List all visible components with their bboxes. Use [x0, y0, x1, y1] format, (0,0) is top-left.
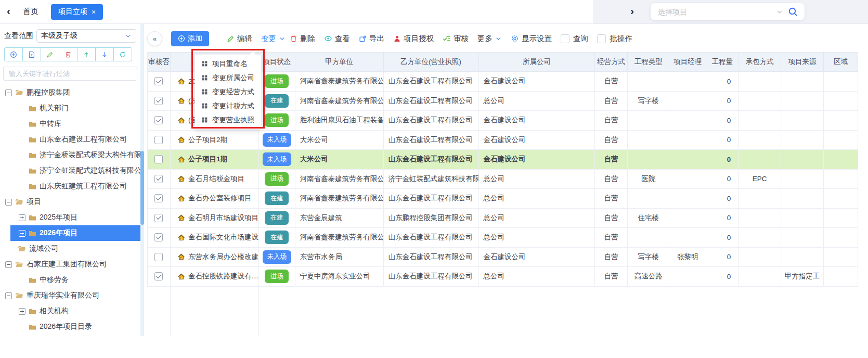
tree-item[interactable]: 鹏程控股集团	[0, 85, 140, 100]
project-select-input[interactable]	[657, 7, 772, 17]
project-select-box[interactable]	[651, 3, 805, 20]
tree-item[interactable]: 流域公司	[0, 241, 140, 257]
tree-move-up-button[interactable]	[77, 47, 96, 61]
table-row[interactable]: 金石国际文化市场建设在建河南省鑫泰建筑劳务有限公司山东金石建设工程有限公司总公司…	[148, 228, 858, 248]
view-button[interactable]: 查看	[324, 34, 350, 44]
column-header[interactable]: 项目状态	[259, 53, 295, 71]
column-header[interactable]: 区域	[824, 53, 858, 71]
expand-icon[interactable]	[19, 214, 25, 221]
collapse-icon[interactable]	[5, 90, 12, 96]
column-header[interactable]: 项目经理	[669, 53, 706, 71]
collapse-sidebar-button[interactable]: «	[147, 31, 162, 46]
tree-add-button[interactable]	[4, 47, 23, 61]
table-row[interactable]: 金石月结税金项目进场河南省鑫泰建筑劳务有限公司济宁金虹装配式建筑科技有限公司总公…	[148, 170, 858, 189]
sidebar-scrollbar[interactable]	[140, 24, 144, 336]
tree-item[interactable]: 项目	[0, 194, 140, 210]
row-checkbox[interactable]	[154, 233, 163, 241]
tree-edit-button[interactable]	[41, 47, 59, 61]
tab-close-icon[interactable]: ×	[92, 8, 96, 16]
tree-filter-field[interactable]	[3, 67, 137, 81]
row-checkbox[interactable]	[154, 214, 163, 222]
project-name-cell[interactable]: 金石控股铁路建设有…	[171, 267, 259, 286]
tree-item[interactable]: 济宁金虹装配式建筑科技有限公司	[0, 163, 140, 178]
collapse-icon[interactable]	[5, 199, 12, 206]
tree-move-down-button[interactable]	[95, 47, 114, 61]
row-checkbox[interactable]	[154, 136, 163, 144]
column-header[interactable]: 经营方式	[595, 53, 628, 71]
column-header[interactable]: 审核否	[148, 53, 171, 71]
tabs-scroll-left-icon[interactable]: ‹	[7, 5, 10, 17]
tree-delete-button[interactable]	[59, 47, 77, 61]
tree-item[interactable]: 重庆瑞华实业有限公司	[0, 288, 140, 303]
query-checkbox[interactable]	[561, 34, 569, 43]
tab-home[interactable]: 首页	[23, 7, 38, 17]
column-header[interactable]: 甲方单位	[295, 53, 384, 71]
project-name-cell[interactable]: 金石明月市场建设项目	[171, 209, 259, 228]
sidebar-scrollbar-thumb[interactable]	[140, 151, 144, 225]
row-checkbox[interactable]	[154, 175, 163, 183]
project-name-cell[interactable]: 金石办公室装修项目	[171, 189, 259, 208]
query-checkbox-group[interactable]: 查询	[561, 34, 588, 44]
tab-project-initiation[interactable]: 项目立项 ×	[51, 4, 103, 20]
dropdown-item[interactable]: 变更所属公司	[195, 71, 261, 85]
add-button[interactable]: 添加	[171, 31, 209, 46]
delete-button[interactable]: 删除	[290, 34, 315, 44]
collapse-icon[interactable]	[5, 292, 12, 299]
table-row[interactable]: 金石明月市场建设项目在建东营金辰建筑山东鹏程控股集团有限公司总公司自营住宅楼0	[148, 209, 858, 228]
tree-item[interactable]: 山东庆虹建筑工程有限公司	[0, 178, 140, 194]
chevron-down-icon[interactable]	[776, 8, 783, 16]
change-button[interactable]: 变更	[261, 34, 286, 44]
expand-icon[interactable]	[19, 308, 25, 315]
expand-icon[interactable]	[19, 230, 25, 237]
column-header[interactable]: 工程类型	[628, 53, 669, 71]
tree-item[interactable]: 未设置目录的项目	[0, 335, 140, 337]
row-checkbox[interactable]	[154, 77, 163, 85]
tree-item[interactable]: 石家庄建工集团有限公司	[0, 257, 140, 272]
row-checkbox[interactable]	[154, 97, 163, 105]
edit-button[interactable]: 编辑	[227, 34, 252, 44]
column-header[interactable]: 乙方单位(营业执照)	[384, 53, 479, 71]
project-name-cell[interactable]: 公子项目1期	[171, 150, 259, 169]
dropdown-item[interactable]: 项目重命名	[195, 57, 261, 71]
tree-item[interactable]: 机关部门	[0, 100, 140, 116]
project-name-cell[interactable]: 公子项目2期	[171, 131, 259, 150]
project-name-cell[interactable]: 东营水务局办公楼改建	[171, 248, 259, 267]
table-row[interactable]: 公子项目2期未入场大米公司山东金石建设工程有限公司金石建设公司自营0	[148, 131, 858, 150]
column-header[interactable]: 项目来源	[781, 53, 824, 71]
tabs-scroll-right-icon[interactable]: ›	[630, 5, 634, 17]
more-button[interactable]: 更多	[477, 34, 502, 44]
tree-refresh-button[interactable]	[113, 47, 132, 61]
tree-item[interactable]: 中移劳务	[0, 272, 140, 288]
export-button[interactable]: 导出	[359, 34, 384, 44]
audit-button[interactable]: 审核	[443, 34, 469, 44]
table-row[interactable]: 金石办公室装修项目在建河南省鑫泰建筑劳务有限公司山东金石建设工程有限公司总公司自…	[148, 189, 858, 209]
collapse-icon[interactable]	[5, 261, 12, 268]
tree-item[interactable]: 济宁金桥装配式桥梁大构件有限公司	[0, 147, 140, 163]
table-row[interactable]: 东营水务局办公楼改建未入场东营市水务局山东金石建设工程有限公司金石建设公司自营写…	[148, 248, 858, 267]
dropdown-item[interactable]: 变更经营方式	[195, 85, 261, 99]
column-header[interactable]: 工程量	[706, 53, 739, 71]
tree-add-child-button[interactable]	[22, 47, 41, 61]
project-name-cell[interactable]: 金石月结税金项目	[171, 170, 259, 189]
row-checkbox[interactable]	[154, 272, 163, 280]
tree-filter-input[interactable]	[8, 69, 133, 78]
batch-checkbox-group[interactable]: 批操作	[597, 34, 632, 44]
dropdown-item[interactable]: 变更营业执照	[195, 113, 261, 127]
dropdown-item[interactable]: 变更计税方式	[195, 99, 261, 113]
row-checkbox[interactable]	[154, 116, 163, 124]
row-checkbox[interactable]	[154, 155, 163, 163]
column-header[interactable]: 所属公司	[479, 53, 595, 71]
tree-item[interactable]: 山东金石建设工程有限公司	[0, 132, 140, 147]
tree-item[interactable]: 2025年项目	[0, 210, 140, 225]
table-row[interactable]: 金石控股铁路建设有…进场宁夏中房海东实业公司山东金石建设工程有限公司总公司自营高…	[148, 267, 858, 287]
column-header[interactable]: 承包方式	[739, 53, 781, 71]
tree-item[interactable]: 2026年项目目录	[0, 319, 140, 335]
tree-item[interactable]: 2026年项目	[0, 225, 140, 241]
project-authorize-button[interactable]: 项目授权	[393, 34, 434, 44]
batch-checkbox[interactable]	[597, 34, 606, 43]
row-checkbox[interactable]	[154, 253, 163, 261]
search-icon[interactable]	[787, 6, 798, 17]
scope-select[interactable]: 本级及子级	[36, 29, 136, 43]
project-name-cell[interactable]: 金石国际文化市场建设	[171, 228, 259, 247]
tree-item[interactable]: 中转库	[0, 116, 140, 132]
